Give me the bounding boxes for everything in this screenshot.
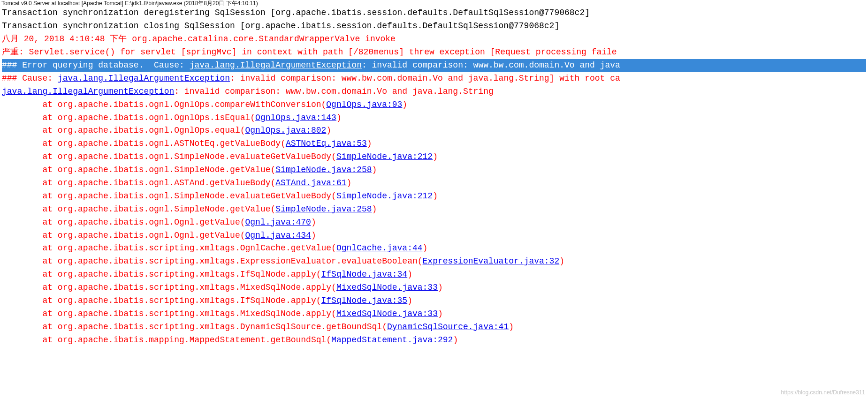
stacktrace-text: at org.apache.ibatis.ognl.ASTAnd.getValu… [2,178,275,188]
log-text: Transaction synchronization deregisterin… [2,8,590,17]
stacktrace-text: at org.apache.ibatis.ognl.SimpleNode.eva… [2,191,336,201]
log-text: : invalid comparison: www.bw.com.domain.… [230,74,620,83]
stacktrace-text: at org.apache.ibatis.ognl.OgnlOps.compar… [2,100,326,109]
stacktrace-text: at org.apache.ibatis.scripting.xmltags.I… [2,270,321,279]
console-line: at org.apache.ibatis.ognl.OgnlOps.compar… [2,98,866,112]
console-line: at org.apache.ibatis.scripting.xmltags.I… [2,294,866,308]
stacktrace-text: ) [402,100,407,109]
source-link[interactable]: ASTAnd.java:61 [275,178,346,188]
window-title: Tomcat v9.0 Server at localhost [Apache … [0,0,868,7]
log-text: Transaction synchronization closing SqlS… [2,21,559,30]
source-link[interactable]: OgnlOps.java:802 [245,126,326,135]
stacktrace-text: ) [347,178,352,188]
stacktrace-text: ) [509,322,514,331]
log-text: ### Error querying database. Cause: [2,60,190,70]
source-link[interactable]: MixedSqlNode.java:33 [336,309,438,318]
console-line: at org.apache.ibatis.ognl.SimpleNode.eva… [2,190,866,203]
stacktrace-text: ) [453,335,458,345]
source-link[interactable]: Ognl.java:470 [245,218,311,227]
source-link[interactable]: IfSqlNode.java:35 [321,296,408,305]
stacktrace-text: ) [438,283,443,292]
stacktrace-text: ) [423,243,428,253]
stacktrace-text: ) [311,231,316,240]
stacktrace-text: at org.apache.ibatis.scripting.xmltags.O… [2,243,336,253]
stacktrace-text: ) [336,113,342,122]
console-line: at org.apache.ibatis.ognl.SimpleNode.eva… [2,151,866,164]
source-link[interactable]: OgnlOps.java:143 [255,113,336,122]
source-link[interactable]: ASTNotEq.java:53 [286,139,367,148]
stacktrace-text: ) [438,309,443,318]
log-text: ### Cause: [2,74,58,83]
source-link[interactable]: Ognl.java:434 [245,231,311,240]
console-line: at org.apache.ibatis.scripting.xmltags.O… [2,242,866,255]
console-line: at org.apache.ibatis.scripting.xmltags.D… [2,321,866,334]
stacktrace-text: at org.apache.ibatis.scripting.xmltags.E… [2,256,423,266]
source-link[interactable]: SimpleNode.java:212 [336,191,433,201]
stacktrace-text: ) [433,191,438,201]
console-line: 严重: Servlet.service() for servlet [sprin… [2,46,866,59]
source-link[interactable]: IfSqlNode.java:34 [321,270,408,279]
stacktrace-text: at org.apache.ibatis.ognl.SimpleNode.get… [2,165,275,174]
stacktrace-text: ) [311,218,316,227]
console-line: at org.apache.ibatis.scripting.xmltags.E… [2,255,866,268]
stacktrace-text: at org.apache.ibatis.ognl.Ognl.getValue( [2,231,245,240]
console-line: at org.apache.ibatis.ognl.OgnlOps.equal(… [2,124,866,137]
source-link[interactable]: ExpressionEvaluator.java:32 [423,256,560,266]
stacktrace-text: ) [559,256,564,266]
stacktrace-text: ) [326,126,331,135]
console-line: at org.apache.ibatis.scripting.xmltags.M… [2,308,866,321]
stacktrace-text: at org.apache.ibatis.scripting.xmltags.I… [2,296,321,305]
console-output[interactable]: Transaction synchronization deregisterin… [0,7,868,347]
exception-link[interactable]: java.lang.IllegalArgumentException [58,74,230,83]
stacktrace-text: ) [433,152,438,161]
console-line: at org.apache.ibatis.ognl.OgnlOps.isEqua… [2,112,866,125]
stacktrace-text: at org.apache.ibatis.ognl.SimpleNode.get… [2,204,275,214]
stacktrace-text: at org.apache.ibatis.ognl.OgnlOps.equal( [2,126,245,135]
console-line: at org.apache.ibatis.scripting.xmltags.M… [2,281,866,294]
stacktrace-text: at org.apache.ibatis.scripting.xmltags.M… [2,283,336,292]
console-line: at org.apache.ibatis.ognl.ASTAnd.getValu… [2,177,866,190]
stacktrace-text: ) [407,296,412,305]
console-line: at org.apache.ibatis.ognl.SimpleNode.get… [2,203,866,216]
log-text: 严重: Servlet.service() for servlet [sprin… [2,47,617,57]
stacktrace-text: ) [407,270,412,279]
log-text: : invalid comparison: www.bw.com.domain.… [362,60,620,70]
console-line: at org.apache.ibatis.ognl.Ognl.getValue(… [2,229,866,242]
stacktrace-text: ) [367,139,372,148]
console-line: ### Cause: java.lang.IllegalArgumentExce… [2,72,866,85]
stacktrace-text: at org.apache.ibatis.scripting.xmltags.D… [2,322,387,331]
stacktrace-text: at org.apache.ibatis.ognl.OgnlOps.isEqua… [2,113,255,122]
stacktrace-text: ) [372,204,377,214]
console-line: at org.apache.ibatis.ognl.SimpleNode.get… [2,164,866,177]
source-link[interactable]: DynamicSqlSource.java:41 [387,322,509,331]
stacktrace-text: at org.apache.ibatis.mapping.MappedState… [2,335,331,345]
console-line: at org.apache.ibatis.ognl.ASTNotEq.getVa… [2,137,866,151]
console-line: at org.apache.ibatis.mapping.MappedState… [2,334,866,347]
console-line: Transaction synchronization closing SqlS… [2,20,866,33]
console-line: ### Error querying database. Cause: java… [2,59,866,72]
console-line: at org.apache.ibatis.ognl.Ognl.getValue(… [2,216,866,229]
stacktrace-text: at org.apache.ibatis.ognl.SimpleNode.eva… [2,152,336,161]
console-line: java.lang.IllegalArgumentException: inva… [2,85,866,98]
log-text: 八月 20, 2018 4:10:48 下午 org.apache.catali… [2,34,396,44]
exception-link[interactable]: java.lang.IllegalArgumentException [2,87,174,96]
stacktrace-text: at org.apache.ibatis.ognl.ASTNotEq.getVa… [2,139,286,148]
source-link[interactable]: OgnlCache.java:44 [336,243,423,253]
source-link[interactable]: MappedStatement.java:292 [331,335,453,345]
console-line: at org.apache.ibatis.scripting.xmltags.I… [2,268,866,281]
source-link[interactable]: OgnlOps.java:93 [326,100,402,109]
source-link[interactable]: SimpleNode.java:258 [275,165,372,174]
exception-link[interactable]: java.lang.IllegalArgumentException [190,60,362,70]
source-link[interactable]: SimpleNode.java:258 [275,204,372,214]
console-line: 八月 20, 2018 4:10:48 下午 org.apache.catali… [2,33,866,46]
stacktrace-text: at org.apache.ibatis.scripting.xmltags.M… [2,309,336,318]
stacktrace-text: ) [372,165,377,174]
stacktrace-text: at org.apache.ibatis.ognl.Ognl.getValue( [2,218,245,227]
source-link[interactable]: SimpleNode.java:212 [336,152,433,161]
log-text: : invalid comparison: www.bw.com.domain.… [174,87,494,96]
console-line: Transaction synchronization deregisterin… [2,7,866,20]
source-link[interactable]: MixedSqlNode.java:33 [336,283,438,292]
